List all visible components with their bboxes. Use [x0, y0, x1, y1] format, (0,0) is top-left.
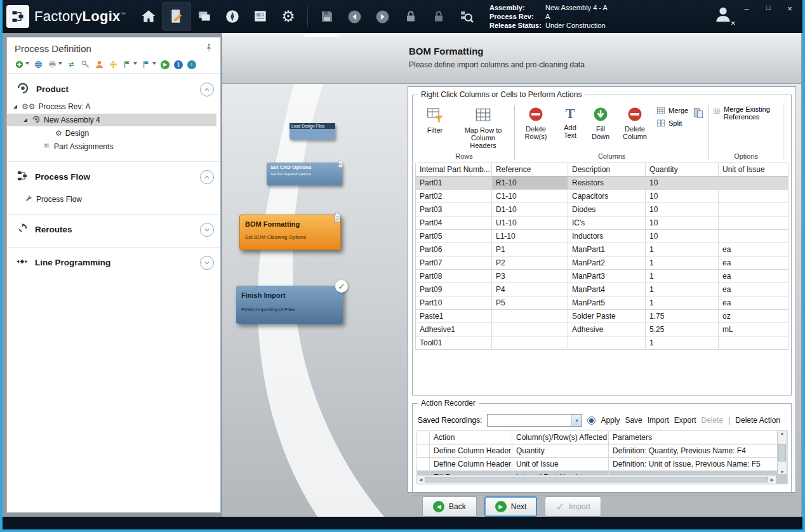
- column-header[interactable]: Unit of Issue: [719, 163, 788, 176]
- table-cell[interactable]: Definition: Quantity, Previous Name: F4: [609, 444, 788, 458]
- print-icon[interactable]: [48, 60, 62, 69]
- table-row[interactable]: Part10P5ManPart51ea: [416, 296, 788, 310]
- column-header[interactable]: Internal Part Numb...: [416, 163, 492, 176]
- table-cell[interactable]: Adhesive1: [416, 323, 492, 336]
- back-circle-button[interactable]: [341, 3, 369, 30]
- tree-item-design[interactable]: ⚙ Design: [7, 127, 216, 140]
- table-cell[interactable]: ea: [719, 270, 788, 283]
- table-row[interactable]: Part02C1-10Capacitors10: [416, 190, 788, 203]
- table-row[interactable]: Part01R1-10Resistors10: [416, 176, 788, 190]
- maximize-button[interactable]: □: [762, 4, 775, 13]
- table-cell[interactable]: ManPart2: [568, 256, 646, 270]
- forward-circle-button[interactable]: [369, 3, 397, 30]
- table-cell[interactable]: [719, 203, 788, 216]
- table-row[interactable]: Part06P1ManPart11ea: [416, 243, 788, 256]
- table-cell[interactable]: mL: [719, 323, 788, 336]
- map-row-to-column-headers-button[interactable]: Map Row to Column Headers: [456, 104, 510, 150]
- table-cell[interactable]: Solder Paste: [568, 310, 646, 323]
- table-row[interactable]: Adhesive1Adhesive5.25mL: [416, 323, 788, 336]
- tree-item-part-assignments[interactable]: Part Assignments: [7, 140, 216, 153]
- column-header[interactable]: Description: [568, 163, 646, 176]
- expand-down-button[interactable]: [200, 223, 214, 237]
- table-cell[interactable]: Part04: [416, 216, 492, 230]
- globe-icon[interactable]: [34, 60, 43, 69]
- flower-icon[interactable]: [109, 60, 118, 69]
- table-cell[interactable]: Part08: [416, 270, 492, 283]
- audit-search-button[interactable]: [453, 3, 481, 30]
- table-cell[interactable]: R1-10: [492, 176, 568, 190]
- table-cell[interactable]: Adhesive: [568, 323, 646, 336]
- table-row[interactable]: Paste1Solder Paste1.75oz: [416, 310, 788, 323]
- table-cell[interactable]: Paste1: [416, 310, 492, 323]
- split-button[interactable]: Split: [656, 118, 688, 128]
- table-row[interactable]: Part03D1-10Diodes10: [416, 203, 788, 216]
- sync-icon[interactable]: [67, 60, 76, 69]
- flag-teal-icon[interactable]: [142, 60, 156, 69]
- table-cell[interactable]: 1: [646, 256, 719, 270]
- table-cell[interactable]: 10: [646, 203, 719, 216]
- compass-button[interactable]: [218, 3, 246, 30]
- table-cell[interactable]: [417, 444, 430, 458]
- add-text-button[interactable]: T Add Text: [557, 104, 583, 140]
- key-icon[interactable]: [81, 60, 90, 69]
- table-cell[interactable]: [719, 176, 788, 190]
- table-cell[interactable]: 1: [646, 283, 719, 296]
- table-cell[interactable]: Part03: [416, 203, 492, 216]
- wizard-step-set-cad-options[interactable]: Set CAD Options Set the required options: [267, 163, 342, 185]
- wizard-step-bom-formatting[interactable]: BOM Formatting Set BOM Cleaning Options: [239, 215, 341, 250]
- export-recording-button[interactable]: Export: [674, 416, 696, 425]
- table-cell[interactable]: Quantity: [512, 444, 609, 458]
- tree-item-process-flow[interactable]: Process Flow: [7, 193, 216, 206]
- expander-icon[interactable]: [23, 118, 27, 122]
- filter-button[interactable]: Filter: [418, 104, 452, 135]
- column-header[interactable]: Column(s)/Row(s) Affected: [512, 431, 609, 444]
- apply-radio[interactable]: [587, 416, 595, 425]
- npi-editor-button[interactable]: [163, 3, 190, 30]
- table-cell[interactable]: D1-10: [492, 203, 568, 216]
- table-cell[interactable]: Resistors: [568, 176, 646, 190]
- table-row[interactable]: Part04U1-10IC's10: [416, 216, 788, 230]
- column-header[interactable]: Action: [430, 431, 512, 444]
- table-cell[interactable]: IC's: [568, 216, 646, 230]
- table-row[interactable]: Part07P2ManPart21ea: [416, 256, 788, 270]
- table-cell[interactable]: ManPart4: [568, 283, 646, 296]
- back-button[interactable]: ◀ Back: [422, 496, 477, 517]
- pause-icon[interactable]: ∥: [174, 60, 183, 69]
- import-recording-button[interactable]: Import: [648, 416, 669, 425]
- table-cell[interactable]: 1: [646, 296, 719, 310]
- expand-down-button[interactable]: [200, 256, 214, 270]
- next-button[interactable]: ▶ Next: [484, 496, 538, 517]
- table-cell[interactable]: P3: [492, 270, 568, 283]
- collapse-up-button[interactable]: [200, 170, 214, 184]
- documents-button[interactable]: [246, 3, 274, 30]
- table-cell[interactable]: oz: [719, 310, 788, 323]
- table-cell[interactable]: Part10: [416, 296, 492, 310]
- table-cell[interactable]: L1-10: [492, 230, 568, 243]
- play-icon[interactable]: ▶: [161, 60, 170, 69]
- table-cell[interactable]: 10: [646, 216, 719, 230]
- table-cell[interactable]: P4: [492, 283, 568, 296]
- merge-button[interactable]: Merge: [656, 105, 688, 116]
- flag-green-icon[interactable]: [123, 60, 137, 69]
- table-cell[interactable]: [492, 323, 568, 336]
- user-logout-icon[interactable]: ✕: [714, 5, 733, 27]
- table-cell[interactable]: [719, 336, 788, 350]
- delete-rows-button[interactable]: Delete Row(s): [519, 104, 553, 142]
- scrollbar-thumb[interactable]: [425, 477, 768, 482]
- settings-gear-button[interactable]: ⚙: [274, 3, 302, 30]
- production-layers-button[interactable]: [190, 3, 218, 30]
- expander-icon[interactable]: [13, 105, 17, 109]
- column-header[interactable]: Parameters: [609, 431, 788, 444]
- table-cell[interactable]: [492, 336, 568, 350]
- column-header[interactable]: Quantity: [646, 163, 719, 176]
- save-button[interactable]: [313, 3, 341, 30]
- scroll-down-arrow[interactable]: ▼: [780, 470, 785, 474]
- table-cell[interactable]: ManPart3: [568, 270, 646, 283]
- pin-icon[interactable]: [204, 43, 214, 55]
- close-button[interactable]: ×: [783, 4, 796, 13]
- table-row[interactable]: Part05L1-10Inductors10: [416, 230, 788, 243]
- table-cell[interactable]: 5.25: [646, 323, 719, 336]
- table-cell[interactable]: Part07: [416, 256, 492, 270]
- table-cell[interactable]: Define Column Header: [430, 444, 512, 458]
- table-cell[interactable]: 10: [646, 230, 719, 243]
